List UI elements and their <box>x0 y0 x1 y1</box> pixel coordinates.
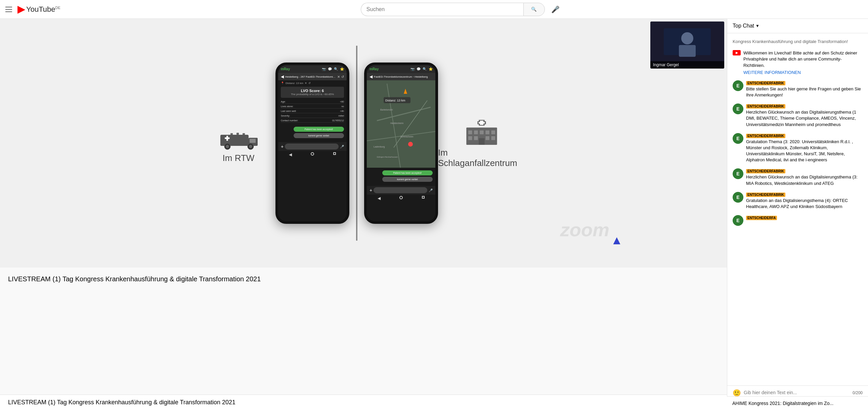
svg-rect-12 <box>230 133 233 135</box>
hamburger-menu[interactable] <box>5 7 12 12</box>
zoom-logo: zoom <box>560 219 609 241</box>
author-badge-4: ENTSCHEIDERFABRIK <box>746 169 785 173</box>
sidebar-chat: Top Chat ▼ Kongress Krankenhausführung u… <box>727 19 868 410</box>
search-button[interactable]: 🔍 <box>523 3 545 16</box>
avatar-3: E <box>733 133 743 144</box>
svg-rect-15 <box>250 139 256 143</box>
voice-search-button[interactable]: 🎤 <box>549 3 562 16</box>
svg-point-9 <box>226 145 229 148</box>
search-input[interactable] <box>361 3 523 16</box>
chat-msg-1: E ENTSCHEIDERFABRIK Bitte stellen Sie au… <box>727 78 868 101</box>
svg-rect-45 <box>479 138 485 145</box>
author-badge-3: ENTSCHEIDERFABRIK <box>746 134 785 138</box>
chat-msg-3: E ENTSCHEIDERFABRIK Gratulation Thema (3… <box>727 130 868 166</box>
triangle-icon: ▲ <box>611 233 623 247</box>
svg-rect-38 <box>480 130 484 134</box>
msg-text-2: Herzlichen Glückwunsch an das Digitalisi… <box>746 109 863 128</box>
svg-text:📍: 📍 <box>385 98 389 102</box>
header: ▶ YouTubeDE 🔍 🎤 <box>0 0 868 19</box>
author-badge-1: ENTSCHEIDERFABRIK <box>746 81 785 85</box>
left-icon-area: Im RTW <box>202 123 275 163</box>
mehr-info-link[interactable]: WEITERE INFORMATIONEN <box>743 70 863 75</box>
svg-rect-36 <box>468 130 472 134</box>
svg-rect-43 <box>486 136 489 140</box>
chat-text-input[interactable] <box>744 388 850 397</box>
msg-text-4: Herzlichen Glückwunsch an das Digitalisi… <box>746 174 863 186</box>
search-bar: 🔍 🎤 <box>361 3 562 16</box>
mray-logo-2: mRay <box>370 67 379 71</box>
right-label: Im Schlaganfallzentrum <box>438 148 525 168</box>
phone1-nav-text: Heidelberg - 267 FastED-Thrombektomiezen… <box>285 75 336 78</box>
chat-messages: Kongress Krankenhausführung und digitale… <box>727 33 868 385</box>
youtube-icon: ▶ <box>18 4 25 15</box>
phone2-nav-text: FastED-Thrombektomiezentrum→Heidelberg <box>374 75 433 78</box>
search-icon: 🔍 <box>531 7 537 12</box>
logo[interactable]: ▶ YouTubeDE <box>18 4 60 15</box>
phone-1: mRay 📷💬🔍⭐ ◀ Heidelberg - 267 FastED-Thro… <box>275 62 349 224</box>
phone1-bubble2: kommt gerne vorbei <box>293 133 344 138</box>
msg-text-1: Bitte stellen Sie auch hier gerne Ihre F… <box>746 86 863 98</box>
svg-text:Ladenburg: Ladenburg <box>374 146 385 148</box>
chat-msg-2: E ENTSCHEIDERFABRIK Herzlichen Glückwuns… <box>727 101 868 130</box>
chat-header: Top Chat ▼ <box>727 19 868 33</box>
yt-system-msg: ▶ Willkommen im Livechat! Bitte achte au… <box>727 48 868 78</box>
mray-logo-1: mRay <box>281 67 290 71</box>
svg-rect-13 <box>237 133 239 135</box>
svg-rect-37 <box>474 130 478 134</box>
bottom-video-title: LIVESTREAM (1) Tag Kongress Krankenhausf… <box>8 399 236 406</box>
phone2-bubble1: Patient has been accepted! <box>382 170 433 175</box>
phone-2: mRay 📷💬🔍⭐ ◀ FastED-Thrombektomiezentrum→… <box>364 62 438 224</box>
logo-text: YouTubeDE <box>26 5 60 14</box>
svg-point-11 <box>249 145 252 148</box>
svg-rect-42 <box>474 136 478 140</box>
svg-rect-14 <box>243 133 245 135</box>
lvo-score-sub: The probability of a LVO is ~60-85% <box>283 93 342 96</box>
svg-point-26 <box>408 142 413 147</box>
video-info: LIVESTREAM (1) Tag Kongress Krankenhausf… <box>0 267 727 290</box>
svg-text:Edingen-Neckarhausen: Edingen-Neckarhausen <box>377 156 398 158</box>
char-count: 0/200 <box>852 390 863 395</box>
avatar-6: E <box>733 215 743 226</box>
svg-rect-44 <box>491 136 495 140</box>
yt-badge: ▶ <box>733 50 741 55</box>
phone1-distance: Distanz: 13 km <box>285 82 303 85</box>
video-title: LIVESTREAM (1) Tag Kongress Krankenhausf… <box>8 274 719 284</box>
author-badge-6: ENTSCHEIDERFA <box>746 216 777 220</box>
svg-rect-7 <box>225 137 229 139</box>
hospital-icon <box>462 118 502 145</box>
chat-msg-6: E ENTSCHEIDERFA <box>727 212 868 229</box>
avatar-5: E <box>733 192 743 203</box>
svg-text:Heddesheim: Heddesheim <box>390 122 403 124</box>
chat-msg-4: E ENTSCHEIDERFABRIK Herzlichen Glückwuns… <box>727 166 868 189</box>
svg-text:Bartelsmühl: Bartelsmühl <box>380 109 393 111</box>
author-badge-5: ENTSCHEIDERFABRIK <box>746 193 785 197</box>
avatar-2: E <box>733 104 743 114</box>
lvo-score: LVO Score: 6 <box>283 89 342 93</box>
chat-dropdown-icon[interactable]: ▼ <box>755 24 760 28</box>
video-player[interactable]: Ingmar Gergel <box>0 19 727 267</box>
author-badge-2: ENTSCHEIDERFABRIK <box>746 104 785 109</box>
phone1-bubble1: Patient has been accepted! <box>293 127 344 132</box>
ambulance-icon <box>218 123 259 150</box>
bottom-right-bar: AHIME Kongress 2021: Digitalstrategien i… <box>727 396 868 410</box>
svg-rect-35 <box>479 122 485 124</box>
right-icon-area: Im Schlaganfallzentrum <box>438 118 525 168</box>
svg-text:Schriesheim: Schriesheim <box>400 136 413 138</box>
video-area: Ingmar Gergel <box>0 19 727 410</box>
yt-welcome-text: Willkommen im Livechat! Bitte achte auf … <box>743 50 863 68</box>
bottom-right-text: AHIME Kongress 2021: Digitalstrategien i… <box>732 401 833 406</box>
msg-text-5: Gratulation an das Digtalisierungsthema … <box>746 198 863 210</box>
svg-rect-40 <box>491 130 495 134</box>
phone2-bubble2: kommt gerne vorbei <box>382 177 433 182</box>
msg-text-3: Gratulation Thema (3: 2020: Universitäts… <box>746 139 863 163</box>
emoji-button[interactable]: 🙂 <box>733 389 741 397</box>
chat-msg-5: E ENTSCHEIDERFABRIK Gratulation an das D… <box>727 189 868 212</box>
chat-title: Top Chat <box>733 23 754 29</box>
svg-rect-39 <box>486 130 489 134</box>
avatar-4: E <box>733 168 743 179</box>
left-label: Im RTW <box>223 153 255 163</box>
center-divider <box>356 46 358 241</box>
system-message: Kongress Krankenhausführung und digitale… <box>727 36 868 48</box>
svg-rect-41 <box>468 136 472 140</box>
avatar-1: E <box>733 80 743 91</box>
